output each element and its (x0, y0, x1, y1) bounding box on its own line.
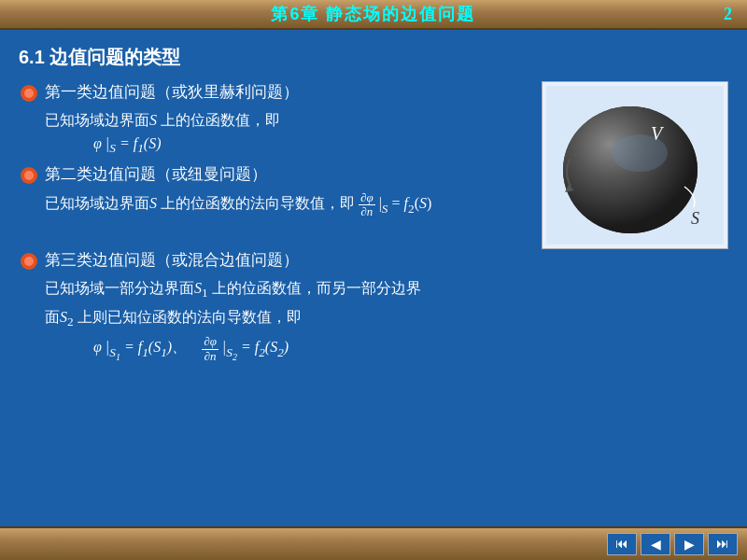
sphere-svg: V S (546, 86, 724, 245)
bullet-item-3: 第三类边值问题（或混合边值问题） (19, 249, 728, 272)
last-button[interactable]: ⏭ (708, 533, 738, 555)
section-title: 6.1 边值问题的类型 (19, 45, 728, 70)
bullet-item-2: 第二类边值问题（或纽曼问题） (19, 163, 532, 186)
svg-point-3 (24, 171, 34, 180)
first-button[interactable]: ⏮ (607, 533, 637, 555)
svg-point-12 (24, 257, 34, 266)
main-content: 6.1 边值问题的类型 第一类边值问题（或狄里赫利问题） 已知场域边界面S 上的… (0, 30, 747, 526)
bullet-text-2: 第二类边值问题（或纽曼问题） (45, 163, 267, 185)
svg-point-1 (24, 89, 34, 98)
page-number: 2 (724, 5, 732, 24)
svg-text:S: S (691, 209, 699, 228)
bullet-item-1: 第一类边值问题（或狄里赫利问题） (19, 81, 532, 104)
bottom-bar: ⏮ ◀ ▶ ⏭ (0, 526, 747, 560)
top-bar: 第6章 静态场的边值问题 2 (0, 0, 747, 30)
indent-text-2: 已知场域边界面S 上的位函数的法向导数值，即 ∂φ ∂n |S = f2(S) (45, 191, 532, 219)
chapter-title: 第6章 静态场的边值问题 (271, 3, 475, 25)
bullet-text-1: 第一类边值问题（或狄里赫利问题） (45, 81, 299, 103)
sphere-illustration: V S (542, 81, 728, 249)
fraction-partial-phi-2: ∂φ ∂n (202, 335, 218, 363)
bullet-icon-3 (19, 251, 39, 272)
fraction-partial-phi: ∂φ ∂n (359, 191, 375, 219)
left-content: 第一类边值问题（或狄里赫利问题） 已知场域边界面S 上的位函数值，即 φ |S … (19, 81, 532, 223)
formula-1: φ |S = f1(S) (93, 135, 532, 156)
indent-text-1: 已知场域边界面S 上的位函数值，即 (45, 109, 532, 132)
formula-3: φ |S1 = f1(S1)、 ∂φ ∂n |S2 = f2(S2) (93, 335, 728, 363)
bullet-icon-1 (19, 83, 39, 104)
indent-text-3b: 面S2 上则已知位函数的法向导数值，即 (45, 306, 728, 331)
bullet-text-3: 第三类边值问题（或混合边值问题） (45, 249, 299, 271)
indent-text-3a: 已知场域一部分边界面S1 上的位函数值，而另一部分边界 (45, 277, 728, 302)
bullet-icon-2 (19, 165, 39, 186)
page-container: 第6章 静态场的边值问题 2 6.1 边值问题的类型 第一类边值问题（或狄里赫利… (0, 0, 747, 560)
content-row-top: 第一类边值问题（或狄里赫利问题） 已知场域边界面S 上的位函数值，即 φ |S … (19, 81, 728, 249)
next-button[interactable]: ▶ (674, 533, 704, 555)
prev-button[interactable]: ◀ (641, 533, 670, 555)
